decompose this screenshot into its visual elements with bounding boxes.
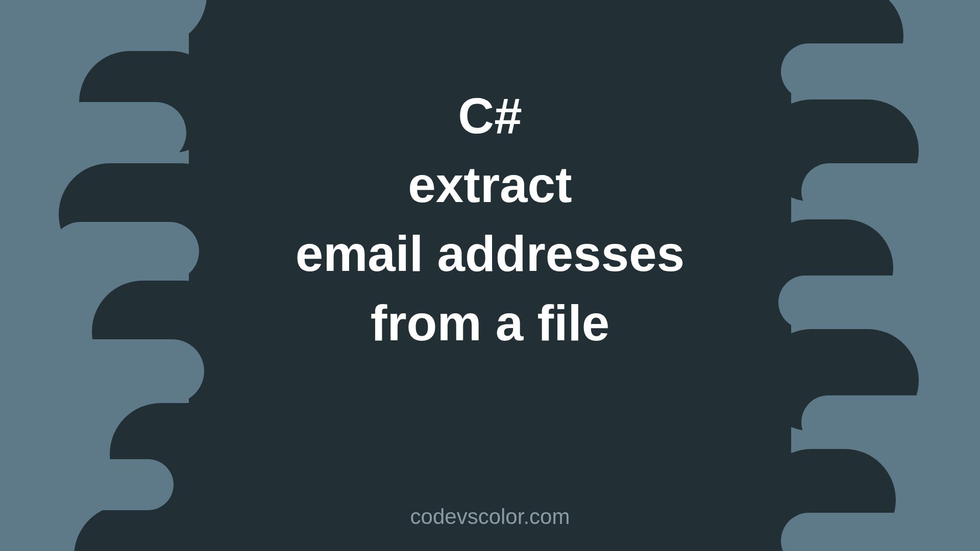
blob-notch: [801, 395, 975, 449]
title-line-4: from a file: [0, 289, 980, 358]
blob-notch: [51, 459, 174, 510]
title-line-2: extract: [0, 151, 980, 219]
blob-notch: [74, 0, 207, 46]
title-line-3: email addresses: [0, 219, 980, 288]
title-text: C# extract email addresses from a file: [0, 82, 980, 358]
watermark-text: codevscolor.com: [0, 505, 980, 529]
title-line-1: C#: [0, 82, 980, 151]
